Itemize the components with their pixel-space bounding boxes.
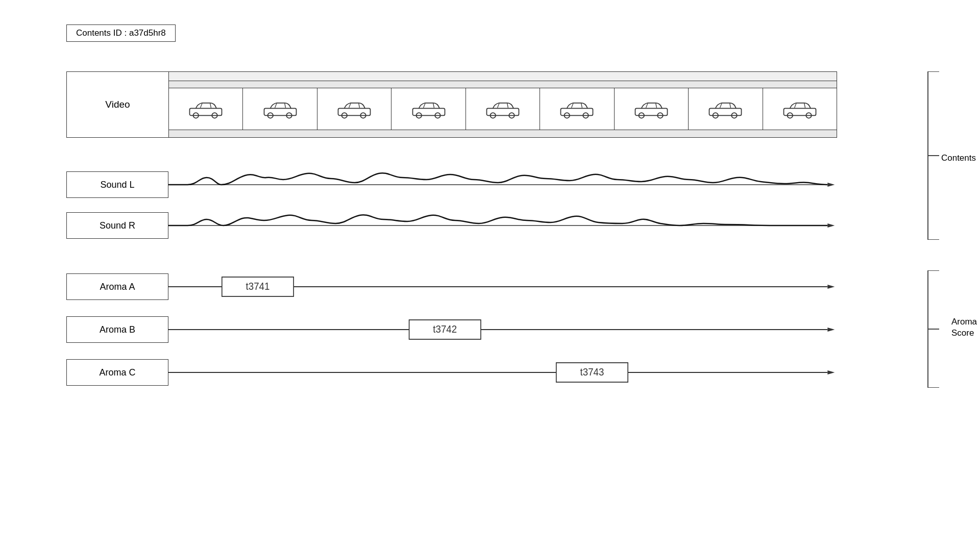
sound-wave-container-1 — [168, 209, 837, 242]
sound-section: Sound LSound R — [66, 168, 837, 250]
car-icon — [411, 99, 447, 119]
aroma-row-0: Aroma At3741 — [66, 270, 837, 303]
video-frames — [169, 88, 837, 130]
video-bottom-stripe — [169, 130, 837, 137]
aroma-label-0: Aroma A — [66, 273, 168, 300]
sound-label-1: Sound R — [66, 212, 168, 239]
video-content — [169, 72, 837, 137]
video-frame — [763, 88, 837, 130]
wave-svg-0 — [168, 168, 837, 201]
aroma-section: Aroma At3741Aroma Bt3742Aroma Ct3743 — [66, 270, 837, 399]
aroma-row-1: Aroma Bt3742 — [66, 313, 837, 346]
aroma-svg-1: t3742 — [168, 313, 837, 346]
sound-label-0: Sound L — [66, 171, 168, 198]
contents-bracket-label: Contents — [941, 153, 976, 163]
video-middle-stripe — [169, 81, 837, 88]
aroma-row-2: Aroma Ct3743 — [66, 356, 837, 389]
svg-text:t3741: t3741 — [246, 280, 270, 292]
aroma-timeline-1: t3742 — [168, 313, 837, 346]
car-icon — [782, 99, 818, 119]
aroma-timeline-2: t3743 — [168, 356, 837, 389]
contents-id-text: Contents ID : a37d5hr8 — [76, 28, 166, 38]
svg-text:t3743: t3743 — [580, 366, 604, 378]
video-frame — [540, 88, 614, 130]
svg-marker-30 — [827, 223, 835, 228]
wave-svg-1 — [168, 209, 837, 242]
car-icon — [559, 99, 595, 119]
contents-id-box: Contents ID : a37d5hr8 — [66, 24, 176, 42]
svg-marker-36 — [827, 328, 835, 332]
video-outer: Video — [66, 71, 837, 138]
video-frame — [689, 88, 763, 130]
page-container: Contents ID : a37d5hr8 Video — [0, 0, 980, 551]
video-label: Video — [67, 72, 169, 137]
video-frame — [466, 88, 540, 130]
video-top-stripe — [169, 72, 837, 81]
aroma-label-1: Aroma B — [66, 316, 168, 343]
svg-marker-28 — [827, 183, 835, 187]
aroma-bracket-label: AromaScore — [951, 316, 977, 339]
svg-marker-40 — [827, 370, 835, 374]
car-icon — [262, 99, 298, 119]
car-icon — [188, 99, 224, 119]
sound-row-1: Sound R — [66, 209, 837, 242]
aroma-bracket-svg — [924, 270, 952, 388]
aroma-label-2: Aroma C — [66, 359, 168, 386]
car-icon — [707, 99, 743, 119]
aroma-timeline-0: t3741 — [168, 270, 837, 303]
sound-wave-container-0 — [168, 168, 837, 201]
aroma-svg-2: t3743 — [168, 356, 837, 389]
svg-marker-32 — [827, 285, 835, 289]
video-frame — [317, 88, 391, 130]
sound-row-0: Sound L — [66, 168, 837, 201]
video-frame — [243, 88, 317, 130]
video-frame — [169, 88, 243, 130]
video-section: Video — [66, 71, 837, 138]
car-icon — [633, 99, 669, 119]
video-frame — [391, 88, 465, 130]
aroma-svg-0: t3741 — [168, 270, 837, 303]
video-frame — [615, 88, 689, 130]
svg-text:t3742: t3742 — [433, 323, 457, 335]
car-icon — [336, 99, 372, 119]
car-icon — [485, 99, 521, 119]
